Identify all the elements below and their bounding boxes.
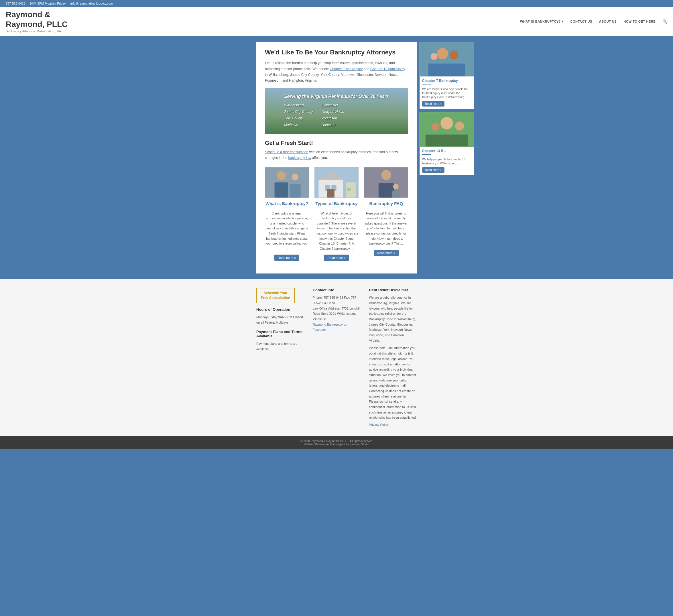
copyright-text: © 2020 Raymond & Raymond, PLLC · All rig… (0, 440, 673, 443)
footer-bottom: © 2020 Raymond & Raymond, PLLC · All rig… (0, 436, 673, 449)
svg-point-3 (292, 174, 298, 180)
svg-point-25 (432, 123, 440, 131)
search-icon[interactable]: 🔍 (662, 19, 667, 24)
svg-point-26 (455, 122, 464, 131)
bankruptcy-law-link[interactable]: bankruptcy law (288, 156, 311, 160)
logo-title: Raymond & Raymond, PLLC (6, 10, 67, 29)
contact-phone: Phone: 757-565-0423 Fax: 757-565-2064 Em… (313, 295, 361, 305)
footer: Schedule Your Free Consultation Hours of… (0, 279, 673, 436)
logo-area: Raymond & Raymond, PLLC Bankruptcy Attor… (6, 10, 67, 33)
nav-about-us[interactable]: ABOUT US (599, 20, 617, 23)
footer-col-disclaimer: Debt Relief Disclaimer We are a debt rel… (369, 288, 417, 428)
dev-credit: Website Development in Virginia by ZinZa… (0, 443, 673, 446)
banner-text: Serving the Virginia Peninsula for Over … (284, 94, 389, 128)
contact-facebook[interactable]: Raymond Bankruptcy on Facebook (313, 323, 347, 332)
card2-read-more[interactable]: Read more » (324, 255, 349, 261)
footer-col-contact: Contact Info Phone: 757-565-0423 Fax: 75… (313, 288, 361, 428)
page-layout: We'd Like To Be Your Bankruptcy Attorney… (0, 36, 673, 279)
side-card-chapter7: Chapter 7 Bankruptcy We are lawyers who … (420, 42, 474, 109)
hero-title: We'd Like To Be Your Bankruptcy Attorney… (265, 49, 408, 56)
card1-divider (283, 208, 291, 208)
svg-point-20 (449, 51, 458, 60)
site-header: Raymond & Raymond, PLLC Bankruptcy Attor… (0, 7, 673, 36)
side-card-chapter7-body: Chapter 7 Bankruptcy We are lawyers who … (420, 76, 474, 109)
side-card-chapter13-btn[interactable]: Read more » (422, 167, 444, 173)
fresh-start-title: Get a Fresh Start! (265, 140, 408, 146)
svg-rect-12 (348, 188, 351, 191)
main-content: We'd Like To Be Your Bankruptcy Attorney… (256, 42, 417, 273)
footer-inner: Schedule Your Free Consultation Hours of… (256, 288, 417, 428)
card3-divider (382, 208, 390, 208)
disclaimer-text2: Please note: The information you obtain … (369, 345, 417, 420)
banner-cities: Williamsburg James City County York Coun… (284, 102, 389, 128)
banner-cities-right: Gloucester Newport News Poquoson Hampton (321, 102, 344, 128)
card3-title: Bankruptcy FAQ (364, 201, 408, 206)
email-address[interactable]: info@raymondbankruptcy.com (70, 2, 113, 5)
side-card-chapter13-body: Chapter 13 B... We help people file for … (420, 147, 474, 175)
disclaimer-title: Debt Relief Disclaimer (369, 288, 417, 292)
svg-rect-17 (392, 190, 400, 197)
svg-point-19 (437, 48, 448, 59)
banner-tagline: Serving the Virginia Peninsula for Over … (284, 94, 389, 99)
card-bankruptcy-faq: Bankruptcy FAQ Here you will find answer… (364, 167, 408, 261)
svg-point-24 (440, 117, 453, 130)
chevron-down-icon: ▾ (562, 19, 564, 23)
nav-what-is-bankruptcy[interactable]: WHAT IS BANKRUPTCY? ▾ (520, 19, 563, 23)
main-nav: WHAT IS BANKRUPTCY? ▾ CONTACT US ABOUT U… (520, 19, 667, 24)
logo-tagline: Bankruptcy Attorneys, Williamsburg, VA (6, 29, 67, 33)
phone-number[interactable]: 757-565-0423 (6, 2, 25, 5)
side-card-chapter13-title: Chapter 13 B... (422, 149, 471, 153)
svg-point-16 (393, 184, 398, 189)
info-cards: What is Bankruptcy? Bankruptcy is a lega… (265, 167, 408, 261)
card3-read-more[interactable]: Read more » (374, 250, 399, 256)
card2-divider (332, 208, 341, 208)
side-card-chapter13-divider (422, 154, 431, 155)
card-types-of-bankruptcy: Types of Bankruptcy What different types… (314, 167, 358, 261)
card-image-house (314, 167, 358, 198)
side-card-chapter7-image (420, 42, 474, 76)
card1-text: Bankruptcy is a legal proceeding in whic… (265, 211, 309, 251)
hours-title: Hours of Operation (256, 307, 304, 312)
card-what-is-bankruptcy: What is Bankruptcy? Bankruptcy is a lega… (265, 167, 309, 261)
side-card-chapter7-divider (422, 84, 431, 84)
side-card-chapter13-image (420, 112, 474, 147)
banner-cities-left: Williamsburg James City County York Coun… (284, 102, 313, 128)
card-image-woman (364, 167, 408, 198)
schedule-consultation-link[interactable]: Schedule a free consultation (265, 150, 308, 154)
footer-col-schedule: Schedule Your Free Consultation Hours of… (256, 288, 304, 428)
svg-point-21 (431, 53, 438, 60)
hours-text: Monday-Friday 9AM-5PM Closed on all Fede… (256, 315, 304, 325)
chapter7-link[interactable]: Chapter 7 bankruptcy (330, 67, 363, 71)
card2-title: Types of Bankruptcy (314, 201, 358, 206)
hero-text: Let us relieve the burden and help you s… (265, 60, 408, 83)
payment-title: Payment Plans and Terms Available (256, 330, 304, 338)
svg-rect-27 (426, 135, 468, 147)
card1-read-more[interactable]: Read more » (274, 255, 299, 261)
card2-text: What different types of Bankruptcy shoul… (314, 211, 358, 251)
svg-rect-4 (289, 184, 300, 197)
fresh-start-text: Schedule a free consultation with an exp… (265, 149, 408, 161)
nav-contact-us[interactable]: CONTACT US (570, 20, 592, 23)
disclaimer-text1: We are a debt relief agency in Williamsb… (369, 295, 417, 343)
nav-how-to-get-here[interactable]: HOW TO GET HERE (624, 20, 656, 23)
svg-rect-22 (428, 63, 465, 76)
svg-rect-2 (275, 182, 288, 198)
contact-address: Law Office Address: 4732 Longhill Road S… (313, 306, 361, 322)
schedule-consultation-button[interactable]: Schedule Your Free Consultation (256, 288, 295, 303)
right-side-cards: Chapter 7 Bankruptcy We are lawyers who … (420, 42, 474, 175)
svg-rect-10 (327, 189, 334, 197)
side-card-chapter13-text: We help people file for Chapter 13 bankr… (422, 158, 471, 166)
payment-text: Payment plans and terms are available. (256, 341, 304, 352)
hero-banner: Serving the Virginia Peninsula for Over … (265, 88, 408, 134)
top-bar: 757-565-0423 9AM-5PM Monday-Friday info@… (0, 0, 673, 7)
privacy-policy-link[interactable]: Privacy Policy (369, 423, 388, 426)
side-card-chapter7-btn[interactable]: Read more » (422, 101, 444, 107)
business-hours: 9AM-5PM Monday-Friday (30, 2, 66, 5)
card3-text: Here you will find answers to some of th… (364, 211, 408, 246)
card-image-bankruptcy (265, 167, 309, 198)
side-card-chapter13: Chapter 13 B... We help people file for … (420, 112, 474, 175)
chapter13-link[interactable]: Chapter 13 bankruptcy (370, 67, 405, 71)
side-card-chapter7-title: Chapter 7 Bankruptcy (422, 79, 471, 83)
svg-rect-15 (378, 183, 394, 197)
contact-title: Contact Info (313, 288, 361, 292)
